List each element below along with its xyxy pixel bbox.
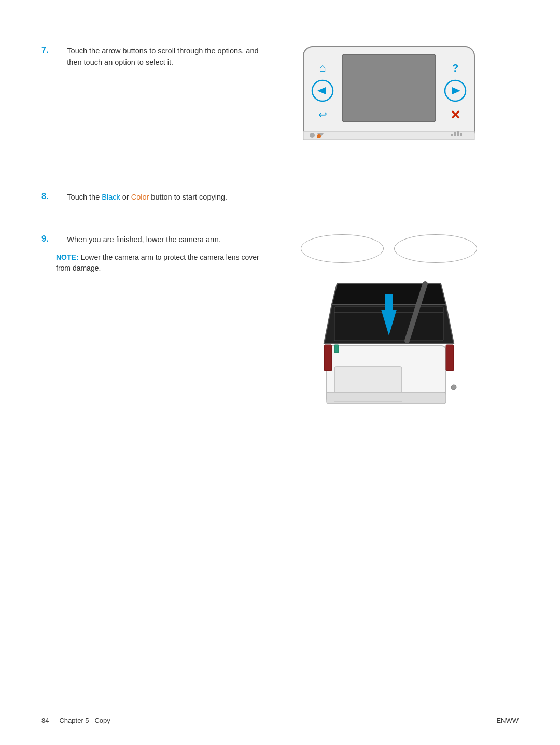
footer-right: ENWW bbox=[496, 716, 519, 724]
footer-chapter-num: Chapter 5 bbox=[59, 716, 89, 724]
step-8-left: 8. Touch the Black or Color button to st… bbox=[41, 192, 259, 203]
footer-chapter: Chapter 5 Copy bbox=[59, 716, 110, 724]
step-8-text: Touch the Black or Color button to start… bbox=[67, 192, 227, 203]
step-7-right: ⌂ ? ↩ ✕ bbox=[259, 41, 519, 150]
step-9-right bbox=[259, 234, 519, 418]
svg-rect-30 bbox=[385, 294, 393, 320]
step-8-number: 8. bbox=[41, 192, 48, 201]
svg-rect-25 bbox=[446, 345, 454, 371]
svg-text:⌂: ⌂ bbox=[319, 61, 326, 74]
svg-rect-1 bbox=[342, 54, 436, 122]
svg-rect-10 bbox=[303, 131, 474, 140]
color-button-link[interactable]: Color bbox=[131, 193, 149, 201]
step-8-right bbox=[259, 192, 519, 203]
step-9-left: 9. When you are finished, lower the came… bbox=[41, 234, 259, 418]
printer-illustration bbox=[306, 268, 472, 418]
svg-text:?: ? bbox=[452, 62, 458, 74]
svg-rect-19 bbox=[334, 367, 402, 395]
note-label: NOTE: bbox=[56, 253, 79, 261]
color-oval-button[interactable] bbox=[394, 234, 477, 263]
step-7-text: Touch the arrow buttons to scroll throug… bbox=[67, 46, 259, 68]
svg-rect-17 bbox=[460, 133, 462, 136]
svg-rect-27 bbox=[334, 345, 339, 353]
step-9-number: 9. bbox=[41, 234, 48, 244]
svg-rect-20 bbox=[327, 392, 446, 404]
step-9-text: When you are finished, lower the camera … bbox=[67, 234, 221, 246]
step-8-text-middle: or bbox=[120, 193, 131, 201]
step-7-row: 7. Touch the arrow buttons to scroll thr… bbox=[41, 41, 519, 150]
svg-point-13 bbox=[317, 134, 321, 138]
control-panel-illustration: ⌂ ? ↩ ✕ bbox=[301, 41, 477, 150]
svg-rect-16 bbox=[457, 131, 459, 136]
svg-text:✕: ✕ bbox=[450, 108, 460, 122]
svg-rect-14 bbox=[451, 134, 453, 136]
step-8-row: 8. Touch the Black or Color button to st… bbox=[41, 192, 519, 203]
svg-point-31 bbox=[451, 385, 456, 390]
step-8-text-after: button to start copying. bbox=[149, 193, 227, 201]
note-text: Lower the camera arm to protect the came… bbox=[56, 253, 259, 272]
oval-buttons-container bbox=[301, 234, 477, 263]
footer-page-number: 84 bbox=[41, 716, 49, 724]
step-8-text-before: Touch the bbox=[67, 193, 102, 201]
svg-rect-26 bbox=[324, 345, 332, 371]
page-footer: 84 Chapter 5 Copy ENWW bbox=[41, 716, 519, 724]
svg-text:↩: ↩ bbox=[318, 109, 327, 120]
black-button-link[interactable]: Black bbox=[102, 193, 120, 201]
page-content: 7. Touch the arrow buttons to scroll thr… bbox=[0, 0, 560, 481]
step-9-row: 9. When you are finished, lower the came… bbox=[41, 234, 519, 418]
step-7-left: 7. Touch the arrow buttons to scroll thr… bbox=[41, 41, 259, 150]
footer-left: 84 Chapter 5 Copy bbox=[41, 716, 110, 724]
black-oval-button[interactable] bbox=[301, 234, 384, 263]
svg-rect-15 bbox=[454, 132, 456, 136]
step-7-number: 7. bbox=[41, 46, 48, 55]
svg-point-11 bbox=[310, 133, 315, 138]
footer-chapter-sub: Copy bbox=[94, 716, 110, 724]
